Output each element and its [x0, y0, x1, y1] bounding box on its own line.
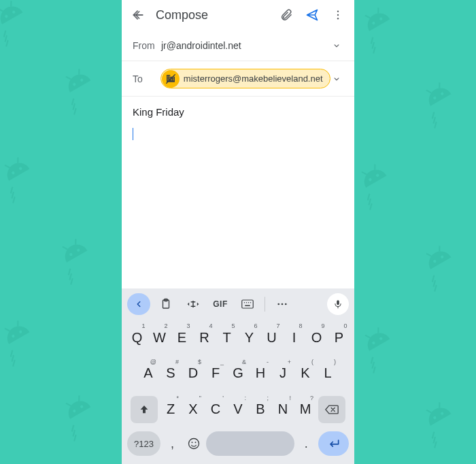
- key-c[interactable]: C': [205, 394, 226, 425]
- key-o[interactable]: O9: [306, 322, 328, 353]
- svg-line-3: [3, 35, 10, 42]
- key-x[interactable]: X": [182, 394, 204, 425]
- send-icon[interactable]: [300, 3, 324, 27]
- shift-key[interactable]: [131, 396, 158, 423]
- svg-line-59: [432, 442, 439, 448]
- svg-point-70: [250, 302, 252, 303]
- svg-line-35: [426, 88, 431, 94]
- svg-point-72: [277, 303, 279, 305]
- to-expand-icon[interactable]: [330, 74, 343, 84]
- to-row[interactable]: To misterrogers@makebelieveland.net: [122, 61, 354, 97]
- svg-line-33: [370, 42, 377, 49]
- mic-icon[interactable]: [327, 293, 349, 315]
- body-input[interactable]: [122, 126, 354, 288]
- svg-point-76: [188, 439, 199, 449]
- keyboard-collapse-icon[interactable]: [127, 293, 150, 315]
- svg-line-52: [369, 357, 375, 364]
- key-n[interactable]: N!: [272, 394, 294, 425]
- svg-line-21: [16, 320, 20, 326]
- enter-key[interactable]: [318, 431, 349, 456]
- backspace-key[interactable]: [318, 396, 345, 423]
- space-key[interactable]: [206, 431, 294, 456]
- svg-line-23: [10, 355, 16, 362]
- key-v[interactable]: V:: [227, 394, 249, 425]
- svg-point-77: [191, 442, 192, 443]
- key-a[interactable]: A@: [137, 358, 159, 389]
- page-title: Compose: [156, 8, 208, 22]
- svg-line-2: [1, 31, 8, 37]
- svg-point-61: [337, 14, 339, 16]
- svg-line-48: [431, 280, 438, 287]
- toolbar-separator: [265, 297, 265, 312]
- svg-line-19: [69, 278, 75, 285]
- svg-line-56: [437, 402, 442, 408]
- key-s[interactable]: S#: [160, 358, 182, 389]
- svg-line-1: [9, 1, 14, 6]
- key-k[interactable]: K(: [294, 358, 316, 389]
- keyboard: GIF Q1W2E3R4T5Y6U7I8O9P0 A@S#D$F_G&H-J+K…: [122, 288, 354, 464]
- key-y[interactable]: Y6: [239, 322, 260, 353]
- key-b[interactable]: B;: [250, 394, 271, 425]
- key-h[interactable]: H-: [250, 358, 271, 389]
- text-select-icon[interactable]: [182, 293, 205, 315]
- symbols-key[interactable]: ?123: [127, 431, 160, 456]
- svg-line-12: [8, 187, 15, 194]
- phone-frame: Compose From jr@androidintel.net To mist…: [122, 0, 354, 464]
- comma-key[interactable]: ,: [163, 431, 182, 456]
- subject-input[interactable]: King Friday: [122, 97, 354, 126]
- back-icon[interactable]: [126, 3, 150, 27]
- from-row[interactable]: From jr@androidintel.net: [122, 30, 354, 61]
- svg-line-20: [5, 327, 10, 332]
- gif-button[interactable]: GIF: [209, 293, 232, 315]
- svg-line-27: [69, 425, 76, 432]
- key-g[interactable]: G&: [227, 358, 249, 389]
- svg-point-68: [246, 302, 248, 303]
- svg-line-8: [71, 103, 78, 110]
- svg-line-16: [73, 239, 78, 244]
- svg-point-60: [337, 11, 339, 12]
- key-r[interactable]: R4: [194, 322, 216, 353]
- clipboard-icon[interactable]: [154, 293, 177, 315]
- svg-point-78: [194, 442, 196, 443]
- key-u[interactable]: U7: [261, 322, 283, 353]
- key-m[interactable]: M?: [294, 394, 316, 425]
- key-t[interactable]: T5: [216, 322, 238, 353]
- keyboard-toolbar: GIF: [124, 291, 352, 317]
- more-tools-icon[interactable]: [271, 293, 294, 315]
- svg-line-5: [66, 75, 71, 80]
- svg-line-31: [376, 7, 381, 13]
- svg-line-6: [77, 69, 82, 74]
- more-icon[interactable]: [326, 3, 350, 27]
- svg-line-30: [365, 14, 370, 19]
- svg-line-25: [66, 401, 71, 407]
- svg-line-44: [368, 203, 375, 210]
- attach-icon[interactable]: [274, 3, 299, 27]
- key-q[interactable]: Q1: [126, 322, 148, 353]
- keyboard-settings-icon[interactable]: [236, 293, 259, 315]
- from-label: From: [133, 40, 161, 51]
- key-z[interactable]: Z*: [160, 394, 182, 425]
- key-p[interactable]: P0: [328, 322, 350, 353]
- svg-point-69: [248, 302, 250, 303]
- period-key[interactable]: .: [297, 431, 316, 456]
- keyboard-bottom-row: ?123 , .: [124, 427, 352, 460]
- svg-line-36: [437, 82, 442, 88]
- svg-line-28: [71, 430, 78, 437]
- key-j[interactable]: J+: [272, 358, 294, 389]
- to-label: To: [133, 73, 160, 84]
- key-d[interactable]: D$: [182, 358, 204, 389]
- recipient-chip[interactable]: misterrogers@makebelieveland.net: [160, 69, 330, 88]
- svg-line-47: [430, 276, 437, 282]
- svg-line-51: [376, 327, 381, 333]
- key-i[interactable]: I8: [284, 322, 305, 353]
- svg-line-38: [431, 117, 438, 124]
- text-cursor: [133, 128, 133, 140]
- emoji-key[interactable]: [184, 431, 203, 456]
- key-e[interactable]: E3: [171, 322, 193, 353]
- key-w[interactable]: W2: [149, 322, 171, 353]
- key-l[interactable]: L): [317, 358, 339, 389]
- svg-line-14: [11, 197, 18, 203]
- svg-line-15: [63, 245, 67, 250]
- key-f[interactable]: F_: [205, 358, 226, 389]
- from-expand-icon[interactable]: [330, 41, 343, 50]
